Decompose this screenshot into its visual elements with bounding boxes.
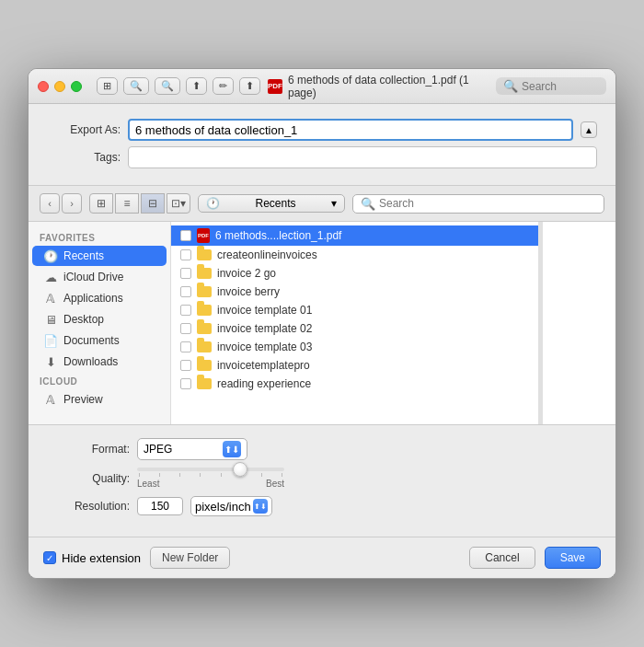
expand-button[interactable]: ▲	[581, 121, 597, 138]
file-item[interactable]: reading experience	[171, 375, 538, 393]
sidebar: Favorites 🕐 Recents ☁ iCloud Drive 𝔸 App…	[29, 222, 171, 424]
file-item[interactable]: invoice template 03	[171, 338, 538, 356]
search-input[interactable]	[379, 197, 596, 210]
minimize-button[interactable]	[54, 81, 65, 92]
window-title: 6 methods of data collection_1.pdf (1 pa…	[288, 74, 489, 99]
sidebar-item-recents-label: Recents	[63, 249, 104, 262]
file-item[interactable]: createonlineinvoices	[171, 246, 538, 264]
quality-slider[interactable]	[137, 468, 284, 477]
sidebar-item-documents[interactable]: 📄 Documents	[32, 330, 167, 351]
file-item[interactable]: invoice berry	[171, 283, 538, 301]
zoom-in-button[interactable]: 🔍	[155, 77, 180, 95]
format-select[interactable]: JPEG ⬆⬇	[137, 438, 247, 460]
view-buttons: ⊞ ≡ ⊟ ⊡	[89, 193, 190, 214]
location-text: Recents	[255, 197, 295, 210]
new-folder-button[interactable]: New Folder	[150, 547, 230, 569]
icloud-section-label: iCloud	[29, 373, 170, 388]
view-column-button[interactable]: ⊟	[141, 193, 165, 214]
view-gallery-button[interactable]: ⊡	[167, 193, 190, 214]
resolution-unit-select[interactable]: pixels/inch ⬆⬇	[190, 496, 272, 516]
tags-row: Tags:	[47, 146, 597, 168]
file-item[interactable]: invoice template 01	[171, 301, 538, 319]
hide-extension-row: ✓ Hide extension	[43, 551, 141, 565]
maximize-button[interactable]	[71, 81, 82, 92]
resolution-unit-text: pixels/inch	[195, 500, 251, 514]
sidebar-item-downloads[interactable]: ⬇ Downloads	[32, 352, 167, 372]
sidebar-item-downloads-label: Downloads	[63, 355, 118, 368]
folder-icon	[197, 286, 212, 297]
tick	[159, 473, 160, 477]
zoom-in-icon: 🔍	[161, 80, 174, 92]
tags-input[interactable]	[128, 146, 597, 168]
tags-label: Tags:	[47, 151, 121, 164]
file-checkbox[interactable]	[180, 341, 191, 352]
sidebar-item-preview[interactable]: 𝔸 Preview	[32, 389, 167, 410]
folder-icon	[197, 360, 212, 371]
sidebar-item-desktop[interactable]: 🖥 Desktop	[32, 309, 167, 329]
file-item[interactable]: invoicetemplatepro	[171, 356, 538, 375]
export-as-input[interactable]	[128, 119, 573, 141]
search-box[interactable]: 🔍	[352, 194, 604, 214]
file-name: createonlineinvoices	[217, 248, 317, 261]
save-button[interactable]: Save	[545, 547, 601, 569]
sidebar-toggle-button[interactable]: ⊞	[97, 77, 118, 95]
annotate-icon: ✏	[219, 80, 227, 92]
format-label: Format:	[47, 443, 130, 456]
desktop-icon: 🖥	[43, 312, 58, 327]
file-checkbox[interactable]	[180, 378, 191, 389]
main-window: ⊞ 🔍 🔍 ⬆ ✏ ⬆ PDF 6 methods of data collec…	[28, 68, 616, 579]
view-list-button[interactable]: ≡	[115, 193, 139, 214]
slider-thumb[interactable]	[233, 462, 247, 477]
action-icon: ⬆	[246, 80, 254, 92]
tick	[139, 473, 140, 477]
file-name: invoice template 02	[217, 322, 312, 335]
location-button[interactable]: 🕐 Recents	[198, 194, 345, 213]
applications-icon: 𝔸	[43, 291, 58, 306]
quality-best-label: Best	[266, 479, 284, 489]
file-checkbox[interactable]	[180, 249, 191, 260]
titlebar-search-input[interactable]	[522, 80, 595, 93]
file-checkbox[interactable]	[180, 286, 191, 297]
share-icon: ⬆	[192, 80, 201, 92]
sidebar-item-recents[interactable]: 🕐 Recents	[32, 246, 167, 266]
zoom-out-button[interactable]: 🔍	[123, 77, 149, 95]
resolution-row: Resolution: pixels/inch ⬆⬇	[47, 496, 597, 516]
share-button[interactable]: ⬆	[186, 77, 207, 95]
file-item[interactable]: PDF 6 methods....lection_1.pdf	[171, 225, 538, 246]
file-name: invoice template 03	[217, 341, 312, 353]
unit-dropdown-arrow: ⬆⬇	[253, 499, 268, 514]
file-checkbox[interactable]	[180, 268, 191, 279]
hide-extension-checkbox[interactable]: ✓	[43, 551, 56, 564]
search-icon: 🔍	[503, 79, 518, 93]
file-checkbox[interactable]	[180, 230, 191, 241]
file-checkbox[interactable]	[180, 360, 191, 371]
chevron-left-icon	[48, 198, 52, 209]
file-item[interactable]: invoice 2 go	[171, 264, 538, 283]
file-name: invoice template 01	[217, 304, 312, 317]
nav-bar: ⊞ ≡ ⊟ ⊡ 🕐 Recents 🔍	[29, 186, 615, 222]
annotate-button[interactable]: ✏	[213, 77, 234, 95]
file-checkbox[interactable]	[180, 323, 191, 334]
resolution-input[interactable]	[137, 497, 183, 515]
resolution-label: Resolution:	[47, 500, 130, 513]
recents-icon: 🕐	[43, 248, 58, 263]
view-icon-button[interactable]: ⊞	[89, 193, 113, 214]
action-button[interactable]: ⬆	[239, 77, 260, 95]
tick	[179, 473, 180, 477]
cancel-button[interactable]: Cancel	[469, 547, 535, 569]
file-checkbox[interactable]	[180, 305, 191, 316]
folder-icon	[197, 323, 212, 334]
file-name: reading experience	[217, 377, 311, 390]
sidebar-item-applications[interactable]: 𝔸 Applications	[32, 288, 167, 308]
traffic-lights	[38, 81, 82, 92]
titlebar-center: PDF 6 methods of data collection_1.pdf (…	[268, 74, 489, 99]
sidebar-item-icloud-drive[interactable]: ☁ iCloud Drive	[32, 267, 167, 287]
pdf-icon: PDF	[268, 79, 282, 94]
close-button[interactable]	[38, 81, 49, 92]
titlebar-search[interactable]: 🔍	[496, 77, 606, 95]
forward-button[interactable]	[62, 193, 82, 214]
folder-icon	[197, 378, 212, 389]
file-item[interactable]: invoice template 02	[171, 319, 538, 338]
pdf-file-icon: PDF	[197, 228, 210, 243]
back-button[interactable]	[40, 193, 60, 214]
